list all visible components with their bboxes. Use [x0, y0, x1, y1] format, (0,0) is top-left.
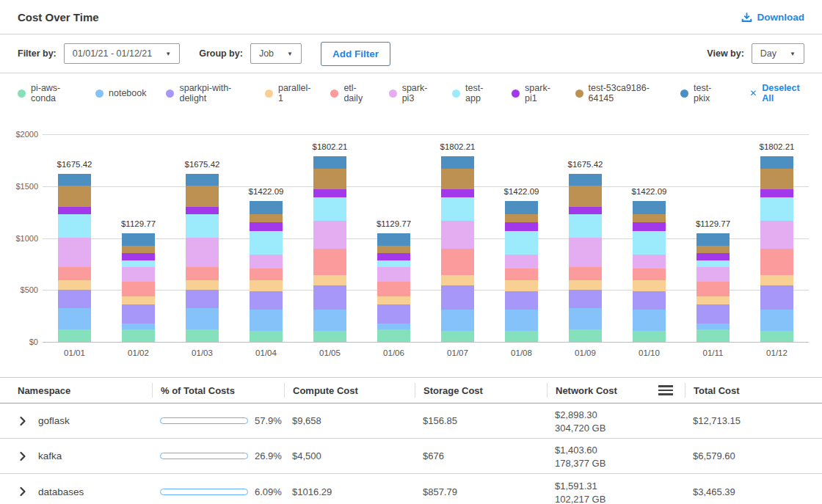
bar-segment-parallel-1[interactable]	[122, 296, 155, 305]
bar-segment-test-pkix[interactable]	[313, 156, 346, 169]
stacked-bar-01/10[interactable]	[633, 201, 666, 342]
group-by-select[interactable]: Job ▼	[250, 43, 302, 64]
bar-segment-etl-daily[interactable]	[313, 249, 346, 275]
bar-segment-spark-pi3[interactable]	[696, 267, 730, 282]
bar-segment-test-app[interactable]	[377, 260, 410, 266]
bar-segment-test-pkix[interactable]	[122, 233, 155, 246]
bar-segment-etl-daily[interactable]	[696, 282, 730, 296]
bar-segment-notebook[interactable]	[569, 308, 602, 329]
bar-segment-etl-daily[interactable]	[122, 282, 155, 296]
bar-segment-spark-pi3[interactable]	[58, 238, 91, 267]
legend-item-spark-pi3[interactable]: spark-pi3	[389, 83, 432, 103]
bar-segment-spark-pi1[interactable]	[377, 253, 410, 260]
bar-segment-notebook[interactable]	[122, 324, 155, 329]
legend-item-test-pkix[interactable]: test-pkix	[680, 83, 721, 103]
bar-segment-parallel-1[interactable]	[696, 296, 730, 305]
bar-segment-test-pkix[interactable]	[377, 233, 410, 246]
bar-segment-parallel-1[interactable]	[760, 275, 793, 285]
stacked-bar-01/12[interactable]	[760, 156, 793, 342]
bar-segment-etl-daily[interactable]	[58, 267, 91, 280]
bar-segment-test-app[interactable]	[569, 214, 602, 238]
bar-segment-test-53ca9186-64145[interactable]	[377, 246, 410, 253]
bar-segment-spark-pi1[interactable]	[313, 189, 346, 197]
bar-segment-etl-daily[interactable]	[441, 249, 474, 275]
bar-segment-notebook[interactable]	[313, 310, 346, 331]
column-options-icon[interactable]	[657, 384, 674, 397]
expand-chevron-icon[interactable]	[18, 416, 28, 426]
bar-segment-spark-pi1[interactable]	[122, 253, 155, 260]
bar-segment-test-app[interactable]	[186, 214, 219, 238]
bar-segment-spark-pi1[interactable]	[441, 189, 474, 197]
bar-segment-sparkpi-with-delight[interactable]	[569, 290, 602, 308]
bar-segment-sparkpi-with-delight[interactable]	[505, 291, 538, 310]
bar-segment-sparkpi-with-delight[interactable]	[760, 285, 793, 310]
bar-segment-test-53ca9186-64145[interactable]	[122, 246, 155, 253]
stacked-bar-01/08[interactable]	[505, 201, 538, 342]
expand-chevron-icon[interactable]	[18, 451, 28, 461]
legend-item-sparkpi-with-delight[interactable]: sparkpi-with-delight	[166, 83, 245, 103]
bar-segment-notebook[interactable]	[58, 308, 91, 329]
bar-segment-test-pkix[interactable]	[58, 174, 91, 186]
bar-segment-test-pkix[interactable]	[569, 174, 602, 186]
bar-segment-spark-pi1[interactable]	[633, 222, 666, 231]
bar-segment-etl-daily[interactable]	[760, 249, 793, 275]
bar-segment-parallel-1[interactable]	[633, 280, 666, 291]
bar-segment-spark-pi3[interactable]	[441, 221, 474, 249]
legend-item-etl-daily[interactable]: etl-daily	[330, 83, 368, 103]
legend-item-spark-pi1[interactable]: spark-pi1	[512, 83, 555, 103]
bar-segment-sparkpi-with-delight[interactable]	[122, 304, 155, 324]
bar-segment-test-53ca9186-64145[interactable]	[313, 169, 346, 189]
bar-segment-test-53ca9186-64145[interactable]	[505, 214, 538, 222]
bar-segment-test-53ca9186-64145[interactable]	[569, 186, 602, 207]
bar-segment-test-app[interactable]	[505, 231, 538, 255]
bar-segment-pi-aws-conda[interactable]	[250, 331, 283, 342]
bar-segment-notebook[interactable]	[505, 310, 538, 331]
stacked-bar-01/04[interactable]	[250, 201, 283, 342]
stacked-bar-01/02[interactable]	[122, 233, 155, 342]
bar-segment-pi-aws-conda[interactable]	[186, 329, 219, 342]
bar-segment-test-pkix[interactable]	[696, 233, 730, 246]
bar-segment-spark-pi1[interactable]	[58, 207, 91, 214]
stacked-bar-01/11[interactable]	[696, 233, 730, 342]
bar-segment-test-53ca9186-64145[interactable]	[58, 186, 91, 207]
bar-segment-spark-pi3[interactable]	[760, 221, 793, 249]
bar-segment-parallel-1[interactable]	[58, 280, 91, 290]
bar-segment-spark-pi3[interactable]	[569, 238, 602, 267]
bar-segment-test-app[interactable]	[122, 260, 155, 266]
bar-segment-test-app[interactable]	[441, 197, 474, 221]
bar-segment-pi-aws-conda[interactable]	[569, 329, 602, 342]
bar-segment-notebook[interactable]	[377, 324, 410, 329]
bar-segment-parallel-1[interactable]	[505, 280, 538, 291]
legend-item-pi-aws-conda[interactable]: pi-aws-conda	[18, 83, 76, 103]
expand-chevron-icon[interactable]	[18, 486, 28, 497]
bar-segment-pi-aws-conda[interactable]	[441, 331, 474, 342]
date-range-select[interactable]: 01/01/21 - 01/12/21 ▼	[64, 43, 180, 64]
bar-segment-notebook[interactable]	[441, 310, 474, 331]
bar-segment-spark-pi1[interactable]	[186, 207, 219, 214]
bar-segment-sparkpi-with-delight[interactable]	[250, 291, 283, 310]
bar-segment-spark-pi3[interactable]	[250, 255, 283, 269]
bar-segment-spark-pi3[interactable]	[186, 238, 219, 267]
bar-segment-parallel-1[interactable]	[313, 275, 346, 285]
bar-segment-sparkpi-with-delight[interactable]	[633, 291, 666, 310]
bar-segment-spark-pi3[interactable]	[505, 255, 538, 269]
bar-segment-pi-aws-conda[interactable]	[313, 331, 346, 342]
stacked-bar-01/01[interactable]	[58, 174, 91, 342]
bar-segment-etl-daily[interactable]	[186, 267, 219, 280]
bar-segment-test-53ca9186-64145[interactable]	[186, 186, 219, 207]
bar-segment-etl-daily[interactable]	[250, 269, 283, 280]
bar-segment-sparkpi-with-delight[interactable]	[58, 290, 91, 308]
download-button[interactable]: Download	[741, 12, 805, 23]
bar-segment-etl-daily[interactable]	[633, 269, 666, 280]
bar-segment-parallel-1[interactable]	[377, 296, 410, 305]
stacked-bar-01/06[interactable]	[377, 233, 410, 342]
bar-segment-test-pkix[interactable]	[505, 201, 538, 214]
stacked-bar-01/09[interactable]	[569, 174, 602, 342]
bar-segment-spark-pi1[interactable]	[569, 207, 602, 214]
bar-segment-spark-pi1[interactable]	[250, 222, 283, 231]
bar-segment-sparkpi-with-delight[interactable]	[313, 285, 346, 310]
bar-segment-pi-aws-conda[interactable]	[760, 331, 793, 342]
bar-segment-test-app[interactable]	[313, 197, 346, 221]
bar-segment-sparkpi-with-delight[interactable]	[186, 290, 219, 308]
bar-segment-spark-pi3[interactable]	[633, 255, 666, 269]
